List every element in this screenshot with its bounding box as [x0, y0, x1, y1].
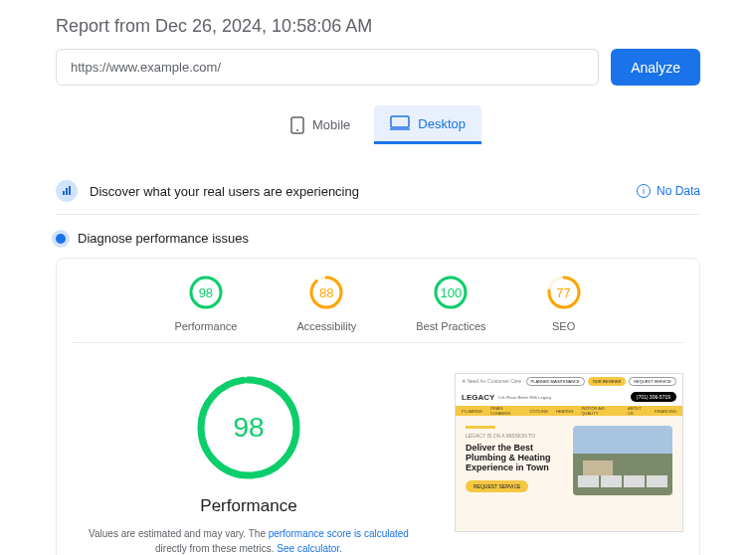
- url-input[interactable]: [56, 49, 599, 86]
- diagnose-section: Diagnose performance issues 98 Performan…: [56, 231, 700, 555]
- performance-description: Values are estimated and may vary. The p…: [73, 526, 425, 555]
- gauge-seo-label: SEO: [546, 320, 582, 332]
- tab-desktop[interactable]: Desktop: [374, 105, 481, 144]
- svg-rect-2: [391, 116, 409, 127]
- svg-point-1: [296, 129, 298, 131]
- big-gauge: 98: [194, 373, 303, 482]
- analyze-button[interactable]: Analyze: [611, 49, 700, 86]
- discover-icon: [56, 180, 78, 202]
- big-gauge-column: 98 Performance Values are estimated and …: [73, 373, 425, 555]
- gauge-performance[interactable]: 98 Performance: [174, 275, 237, 332]
- lower-row: 98 Performance Values are estimated and …: [73, 373, 683, 555]
- gauge-accessibility-label: Accessibility: [296, 320, 356, 332]
- gauge-seo[interactable]: 77 SEO: [546, 275, 582, 332]
- gauge-performance-label: Performance: [174, 320, 237, 332]
- no-data-indicator[interactable]: i No Data: [637, 184, 700, 198]
- tab-desktop-label: Desktop: [418, 116, 466, 131]
- gauge-best-practices[interactable]: 100 Best Practices: [416, 275, 485, 332]
- report-title: Report from Dec 26, 2024, 10:58:06 AM: [56, 16, 700, 37]
- svg-rect-5: [69, 186, 71, 195]
- device-tabs: Mobile Desktop: [56, 105, 700, 144]
- gauge-accessibility-value: 88: [308, 275, 344, 310]
- gauge-row: 98 Performance 88 Accessibility 100 Best…: [73, 275, 683, 343]
- search-row: Analyze: [56, 49, 700, 86]
- score-calc-link[interactable]: performance score is calculated: [269, 528, 409, 539]
- svg-rect-3: [63, 191, 65, 195]
- gauge-performance-value: 98: [188, 275, 224, 310]
- svg-rect-4: [66, 188, 68, 195]
- diagnose-title: Diagnose performance issues: [78, 231, 249, 246]
- see-calc-link[interactable]: See calculator.: [277, 543, 342, 554]
- mobile-icon: [290, 116, 304, 134]
- tab-mobile-label: Mobile: [312, 117, 350, 132]
- thumb-logo: LEGACY: [462, 393, 494, 402]
- gauge-best-value: 100: [433, 275, 469, 310]
- performance-card: 98 Performance 88 Accessibility 100 Best…: [56, 258, 700, 555]
- thumb-phone: (701) 306-5719: [631, 392, 676, 402]
- desktop-icon: [390, 115, 410, 131]
- gauge-best-label: Best Practices: [416, 320, 485, 332]
- no-data-label: No Data: [657, 184, 700, 198]
- discover-title: Discover what your real users are experi…: [90, 184, 359, 199]
- big-gauge-value: 98: [194, 373, 303, 482]
- gauge-seo-value: 77: [546, 275, 582, 310]
- big-gauge-label: Performance: [73, 496, 425, 516]
- radar-icon: [56, 234, 66, 244]
- gauge-accessibility[interactable]: 88 Accessibility: [296, 275, 356, 332]
- tab-mobile[interactable]: Mobile: [275, 105, 366, 144]
- info-icon: i: [637, 184, 651, 198]
- discover-section-head: Discover what your real users are experi…: [56, 168, 700, 215]
- page-thumbnail: ❄ Need A+ Customer Care PLANNED MAINTENA…: [455, 373, 683, 532]
- thumb-hero-image: [573, 426, 672, 495]
